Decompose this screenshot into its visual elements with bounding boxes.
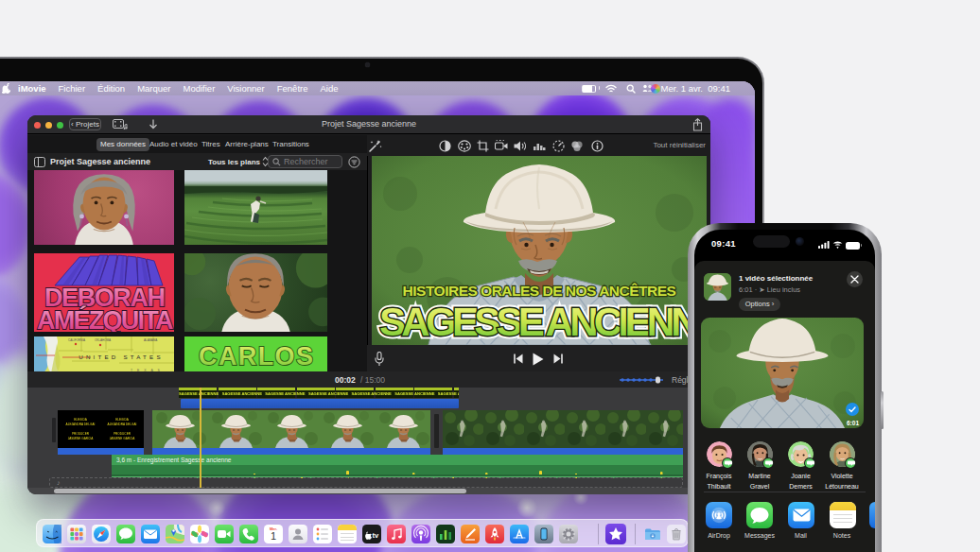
svg-text:CALIFORNIA: CALIFORNIA: [68, 338, 85, 342]
svg-text:SAGESSE ANCIENNE: SAGESSE ANCIENNE: [379, 300, 707, 344]
svg-text:tv: tv: [373, 531, 379, 540]
svg-text:AMÉZQUITA: AMÉZQUITA: [37, 305, 173, 332]
svg-text:ALABAMA: ALABAMA: [144, 338, 157, 342]
svg-text:OKLAHOMA: OKLAHOMA: [95, 338, 111, 342]
svg-text:HISTOIRES ORALES DE NOS ANCÊTR: HISTOIRES ORALES DE NOS ANCÊTRES: [403, 283, 676, 299]
svg-text:UNITED STATES: UNITED STATES: [79, 354, 164, 360]
svg-text:CARLOS: CARLOS: [199, 342, 312, 371]
